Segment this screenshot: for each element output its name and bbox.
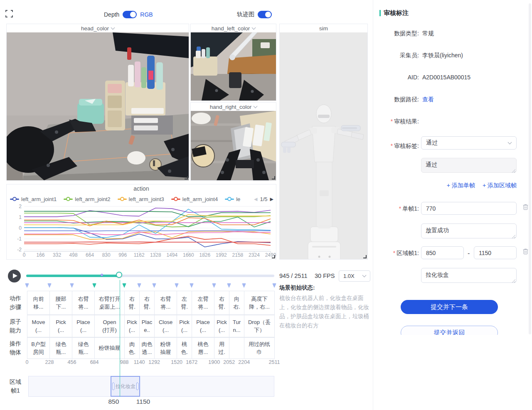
timeline-marker[interactable] xyxy=(242,283,246,288)
operated-object-cell[interactable]: 桃色 唇... xyxy=(192,337,214,359)
atomic-capability-cell[interactable]: Pick (... xyxy=(214,315,229,337)
legend-ring xyxy=(12,197,17,201)
camera-select-hand-right[interactable]: hand_right_color xyxy=(191,103,276,111)
camera-panel-head: head_color xyxy=(6,24,189,181)
submit-next-button[interactable]: 提交并下一条 xyxy=(401,300,498,314)
delete-single-frame-icon[interactable] xyxy=(522,204,529,210)
single-frame-note-textarea[interactable] xyxy=(421,223,517,238)
atomic-capability-cell[interactable]: Pick (... xyxy=(49,315,72,337)
row-label-atomic-capability: 原子能力 xyxy=(8,315,22,337)
atomic-capability-cell[interactable]: Move (... xyxy=(27,315,50,337)
timeline-marker[interactable] xyxy=(47,283,52,288)
review-tag-select[interactable]: 通过 xyxy=(421,136,517,150)
panel-resize-handle[interactable] xyxy=(185,176,188,179)
legend-item-le[interactable]: le xyxy=(225,196,240,202)
timeline-marker[interactable] xyxy=(272,283,276,288)
depth-label: Depth xyxy=(104,11,119,18)
atomic-capability-cell[interactable]: Close (... xyxy=(154,315,177,337)
action-step-cell[interactable]: 右 臂. xyxy=(139,291,155,315)
playback-slider-thumb[interactable] xyxy=(116,272,122,278)
region-end-input[interactable] xyxy=(474,246,517,259)
operated-object-cell[interactable]: 用 过. xyxy=(214,337,229,359)
operated-object-cell[interactable]: 用过的纸 巾 xyxy=(244,337,275,359)
region-start-input[interactable] xyxy=(421,246,464,259)
operated-object-cell[interactable]: 绿色 瓶... xyxy=(72,337,95,359)
operated-object-cell[interactable]: 肉色 透... xyxy=(139,337,155,359)
sim-title-row: sim xyxy=(280,24,367,32)
playback-slider[interactable] xyxy=(26,275,274,277)
timeline-marker[interactable] xyxy=(137,283,141,288)
legend-item-left_arm_joint2[interactable]: left_arm_joint2 xyxy=(64,196,110,202)
panel-resize-handle[interactable] xyxy=(363,255,367,258)
panel-resize-handle[interactable] xyxy=(272,176,275,179)
depth-rgb-toggle[interactable] xyxy=(123,11,137,18)
add-region-frame-link[interactable]: + 添加区域帧 xyxy=(483,182,517,189)
atomic-capability-cell[interactable]: Pick (... xyxy=(124,315,140,337)
region-block-right-handle[interactable] xyxy=(136,383,138,390)
region-block-left-handle[interactable] xyxy=(112,383,114,390)
atomic-capability-cell[interactable]: Pick (... xyxy=(177,315,192,337)
action-step-cell[interactable]: 高度下 降，右... xyxy=(244,291,275,315)
timeline-marker[interactable] xyxy=(122,283,126,288)
review-panel: 审核标注 数据类型: 常规 采集员: 李轶晨(liyichen) AID: A2… xyxy=(373,0,532,410)
trajectory-toggle[interactable] xyxy=(258,11,272,18)
data-path-label: 数据路径: xyxy=(373,96,419,103)
rgb-label: RGB xyxy=(140,11,153,18)
timeline-marker[interactable] xyxy=(25,283,29,288)
legend-prev-icon[interactable]: ◀ xyxy=(254,196,257,202)
submit-back-button[interactable]: 提交并返回 xyxy=(401,326,498,335)
legend-next-icon[interactable]: ▶ xyxy=(270,196,273,202)
action-step-cell[interactable]: 左臂 将... xyxy=(192,291,214,315)
scene-state-title: 场景初始状态: xyxy=(279,284,373,292)
region-frame-note-textarea[interactable] xyxy=(421,268,517,283)
single-frame-input[interactable] xyxy=(421,202,517,215)
atomic-capability-cell[interactable]: Place (... xyxy=(72,315,95,337)
operated-object-cell[interactable]: 粉饼 抽屉 xyxy=(154,337,177,359)
frame-tick-label: 684 xyxy=(90,359,99,365)
review-note-textarea[interactable] xyxy=(421,158,517,173)
atomic-capability-cell[interactable]: Tur n... xyxy=(229,315,244,337)
operated-object-cell[interactable]: 桃 色. xyxy=(177,337,192,359)
action-step-cell[interactable]: 右臂 将... xyxy=(154,291,177,315)
camera-select-hand-left[interactable]: hand_left_color xyxy=(191,24,276,32)
legend-item-left_arm_joint1[interactable]: left_arm_joint1 xyxy=(10,196,57,202)
fullscreen-icon[interactable] xyxy=(5,10,13,17)
add-single-frame-link[interactable]: + 添加单帧 xyxy=(447,182,475,189)
playback-speed-select[interactable]: 1.0X xyxy=(339,270,370,282)
timeline-marker[interactable] xyxy=(70,283,74,288)
action-step-cell[interactable]: 向前 移... xyxy=(27,291,50,315)
action-step-cell[interactable]: 腰部 下... xyxy=(49,291,72,315)
region-frame-track[interactable]: 拉化妆盒 xyxy=(28,376,274,397)
chart-legend: left_arm_joint1left_arm_joint2left_arm_j… xyxy=(10,194,273,204)
operated-object-cell[interactable]: 肉 色. xyxy=(124,337,140,359)
action-step-cell[interactable]: 右臂 将... xyxy=(72,291,95,315)
collector-value: 李轶晨(liyichen) xyxy=(422,52,463,59)
timeline-marker[interactable] xyxy=(92,283,96,288)
play-button[interactable] xyxy=(8,270,21,282)
region-frame-block[interactable]: 拉化妆盒 xyxy=(111,376,140,397)
panel-resize-handle[interactable] xyxy=(272,255,275,258)
frame-tick-label: 988 xyxy=(120,359,129,365)
action-step-cell[interactable]: 左 臂. xyxy=(177,291,192,315)
timeline-marker[interactable] xyxy=(227,283,231,288)
timeline-marker[interactable] xyxy=(190,283,194,288)
action-step-cell[interactable]: 向 右. xyxy=(229,291,244,315)
camera-select-head[interactable]: head_color xyxy=(7,24,189,32)
atomic-capability-cell[interactable]: Plac e.. xyxy=(139,315,155,337)
timeline-marker[interactable] xyxy=(175,283,179,288)
timeline-marker[interactable] xyxy=(152,283,156,288)
legend-item-left_arm_joint3[interactable]: left_arm_joint3 xyxy=(118,196,164,202)
atomic-capability-cell[interactable]: Drop（丢 下） xyxy=(244,315,275,337)
sim-viewport[interactable] xyxy=(280,32,367,259)
action-step-cell[interactable]: 右 臂. xyxy=(214,291,229,315)
delete-region-frame-icon[interactable] xyxy=(522,248,529,255)
data-path-view-link[interactable]: 查看 xyxy=(422,96,434,103)
legend-item-left_arm_joint4[interactable]: left_arm_joint4 xyxy=(171,196,218,202)
operated-object-cell[interactable]: B户型 房间 xyxy=(27,337,50,359)
timeline-marker[interactable] xyxy=(212,283,216,288)
panel-scrollbar[interactable] xyxy=(529,3,531,334)
operated-object-cell[interactable] xyxy=(229,337,244,359)
operated-object-cell[interactable]: 绿色 瓶... xyxy=(49,337,72,359)
atomic-capability-cell[interactable]: Place (... xyxy=(192,315,214,337)
action-step-cell[interactable]: 右 臂. xyxy=(124,291,140,315)
